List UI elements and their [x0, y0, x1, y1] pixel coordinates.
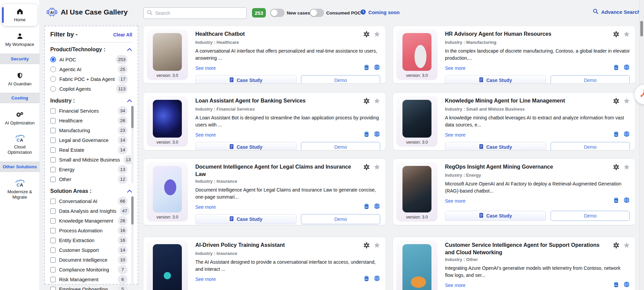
- scrollbar-thumb[interactable]: [131, 196, 134, 225]
- radio-icon[interactable]: [50, 66, 56, 72]
- filter-option[interactable]: Agentic AI 25: [50, 64, 132, 74]
- advance-search-button[interactable]: Advance Search: [593, 8, 641, 15]
- checkbox-icon[interactable]: [50, 177, 56, 182]
- favorite-star-icon[interactable]: [374, 98, 380, 106]
- page-scrollbar[interactable]: [639, 0, 644, 290]
- filter-option[interactable]: Copilot Agents 113: [50, 84, 132, 94]
- checkbox-icon[interactable]: [50, 248, 56, 253]
- sql-database-icon[interactable]: SQL: [613, 282, 619, 289]
- see-more-link[interactable]: See more: [445, 283, 466, 288]
- sql-database-icon[interactable]: SQL: [364, 131, 369, 139]
- consumed-pocs-toggle[interactable]: [310, 9, 324, 17]
- demo-button[interactable]: Demo: [301, 142, 380, 150]
- see-more-link[interactable]: See more: [195, 132, 216, 138]
- favorite-star-icon[interactable]: [623, 31, 630, 39]
- sidebar-item-ai-guardian[interactable]: AI Guardian: [2, 69, 37, 89]
- checkbox-icon[interactable]: [50, 128, 56, 133]
- checkbox-icon[interactable]: [50, 228, 56, 233]
- radio-icon[interactable]: [50, 76, 56, 82]
- demo-button[interactable]: Demo: [301, 75, 380, 84]
- chevron-up-icon[interactable]: [127, 47, 132, 53]
- demo-button[interactable]: Demo: [551, 211, 630, 221]
- checkbox-icon[interactable]: [50, 167, 56, 172]
- checkbox-icon[interactable]: [50, 287, 56, 290]
- see-more-link[interactable]: See more: [195, 204, 216, 210]
- globe-icon[interactable]: [374, 64, 380, 72]
- case-study-button[interactable]: Case Study: [195, 75, 297, 84]
- globe-icon[interactable]: [623, 197, 630, 205]
- sql-database-icon[interactable]: SQL: [613, 131, 619, 139]
- see-more-link[interactable]: See more: [445, 198, 466, 204]
- search-input[interactable]: [155, 10, 243, 16]
- globe-icon[interactable]: [623, 64, 630, 72]
- scrollbar-thumb[interactable]: [131, 106, 134, 128]
- favorite-star-icon[interactable]: [374, 31, 380, 39]
- checkbox-icon[interactable]: [50, 208, 56, 214]
- checkbox-icon[interactable]: [50, 147, 56, 153]
- sql-database-icon[interactable]: SQL: [364, 203, 369, 211]
- filter-option[interactable]: Conversational AI 66: [50, 196, 132, 206]
- sql-database-icon[interactable]: SQL: [364, 276, 369, 283]
- case-study-button[interactable]: Case Study: [195, 142, 297, 150]
- filter-option[interactable]: AI POC 253: [50, 55, 132, 64]
- sql-database-icon[interactable]: SQL: [613, 197, 619, 205]
- globe-icon[interactable]: [374, 275, 380, 283]
- favorite-star-icon[interactable]: [623, 98, 630, 106]
- see-more-link[interactable]: See more: [445, 65, 466, 71]
- checkbox-icon[interactable]: [50, 218, 56, 224]
- checkbox-icon[interactable]: [50, 257, 56, 263]
- favorite-star-icon[interactable]: [623, 164, 630, 172]
- sql-database-icon[interactable]: SQL: [364, 64, 369, 72]
- see-more-link[interactable]: See more: [195, 65, 216, 71]
- sql-database-icon[interactable]: SQL: [613, 64, 619, 72]
- filter-option[interactable]: Fabric POC + Data Agent 17: [50, 74, 132, 84]
- filter-option[interactable]: Other 12: [50, 174, 132, 184]
- globe-icon[interactable]: [374, 203, 380, 211]
- filter-option[interactable]: Legal and Governance 14: [50, 135, 132, 145]
- filter-option[interactable]: Document Intelligence 10: [50, 255, 132, 265]
- checkbox-icon[interactable]: [50, 118, 56, 123]
- sidebar-item-ai-optimization[interactable]: AI Optimization: [2, 108, 37, 128]
- clear-all-link[interactable]: Clear All: [113, 32, 132, 37]
- checkbox-icon[interactable]: [50, 157, 56, 163]
- filter-option[interactable]: Financial Services 34: [50, 106, 132, 116]
- checkbox-icon[interactable]: [50, 277, 56, 282]
- chevron-up-icon[interactable]: [127, 98, 132, 104]
- demo-button[interactable]: Demo: [551, 75, 630, 84]
- chat-widget-button[interactable]: [634, 84, 644, 105]
- scrollbar-thumb[interactable]: [640, 21, 643, 36]
- new-cases-toggle[interactable]: [270, 9, 284, 17]
- filter-option[interactable]: Healthcare 26: [50, 116, 132, 125]
- filter-option[interactable]: Risk Management 6: [50, 274, 132, 284]
- sidebar-item-cloud-optimization[interactable]: CA Cloud Optimization: [2, 132, 37, 158]
- checkbox-icon[interactable]: [50, 138, 56, 143]
- chevron-up-icon[interactable]: [127, 188, 132, 194]
- favorite-star-icon[interactable]: [374, 242, 380, 250]
- filter-option[interactable]: Customer Support 14: [50, 245, 132, 255]
- filter-option[interactable]: Data Analysis and Insights 47: [50, 206, 132, 216]
- radio-selected-icon[interactable]: [50, 57, 56, 62]
- globe-icon[interactable]: [623, 281, 630, 289]
- checkbox-icon[interactable]: [50, 238, 56, 243]
- filter-option[interactable]: Entity Extraction 16: [50, 235, 132, 245]
- case-study-button[interactable]: Case Study: [445, 75, 546, 84]
- sidebar-item-home[interactable]: Home: [2, 4, 37, 26]
- demo-button[interactable]: Demo: [301, 214, 380, 224]
- filter-option[interactable]: Compliance Monitoring 7: [50, 265, 132, 274]
- filter-option[interactable]: Process Automation 16: [50, 226, 132, 235]
- favorite-star-icon[interactable]: [374, 164, 380, 172]
- sidebar-item-my-workspace[interactable]: My Workspace: [2, 29, 37, 50]
- filter-option[interactable]: Real Estate 14: [50, 145, 132, 155]
- filter-option[interactable]: Small and Midsize Business 13: [50, 155, 132, 165]
- see-more-link[interactable]: See more: [195, 277, 216, 282]
- globe-icon[interactable]: [374, 131, 380, 139]
- case-study-button[interactable]: Case Study: [445, 142, 546, 150]
- filter-option[interactable]: Energy 13: [50, 165, 132, 174]
- filter-option[interactable]: Manufacturing 23: [50, 125, 132, 135]
- checkbox-icon[interactable]: [50, 267, 56, 272]
- filter-option[interactable]: Knowledge Management 26: [50, 216, 132, 226]
- see-more-link[interactable]: See more: [445, 132, 466, 138]
- radio-icon[interactable]: [50, 86, 56, 92]
- demo-button[interactable]: Demo: [551, 142, 630, 150]
- checkbox-icon[interactable]: [50, 108, 56, 114]
